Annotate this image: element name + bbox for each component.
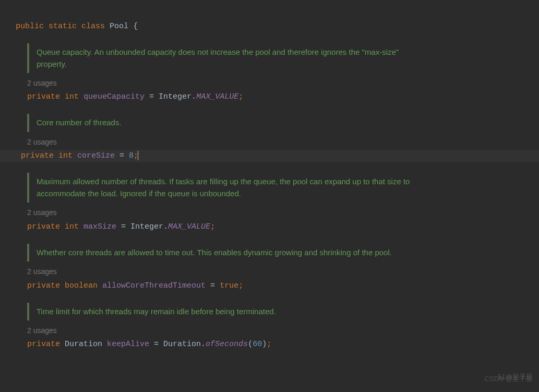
keyword-private: private xyxy=(27,92,60,101)
type-int: int xyxy=(65,92,79,101)
paren-open: ( xyxy=(248,340,253,349)
keyword-static: static xyxy=(49,22,77,31)
assign: = Integer. xyxy=(116,222,168,231)
javadoc-keep-alive[interactable]: Time limit for which threads may remain … xyxy=(27,303,424,321)
usages-hint[interactable]: 2 usages xyxy=(27,136,533,148)
type-boolean: boolean xyxy=(65,281,98,290)
keyword-private: private xyxy=(27,340,60,349)
paren-close: ) xyxy=(262,340,267,349)
javadoc-max-size[interactable]: Maximum allowed number of threads. If ta… xyxy=(27,173,424,203)
field-name: keepAlive xyxy=(107,340,149,349)
usages-hint[interactable]: 2 usages xyxy=(27,325,533,336)
keyword-private: private xyxy=(27,281,60,290)
javadoc-text: Whether core threads are allowed to time… xyxy=(37,247,424,259)
assign: = xyxy=(206,281,220,290)
assign: = xyxy=(115,151,129,160)
field-name: maxSize xyxy=(83,222,116,231)
assign: = Duration. xyxy=(149,340,206,349)
field-allow-core-thread-timeout[interactable]: private boolean allowCoreThreadTimeout =… xyxy=(6,280,533,292)
usages-hint[interactable]: 2 usages xyxy=(27,77,533,89)
field-name: queueCapacity xyxy=(83,92,145,101)
javadoc-queue-capacity[interactable]: Queue capacity. An unbounded capacity do… xyxy=(27,43,424,73)
keyword-private: private xyxy=(21,151,54,160)
type-int: int xyxy=(65,222,79,231)
javadoc-allow-core-thread-timeout[interactable]: Whether core threads are allowed to time… xyxy=(27,244,424,262)
watermark-primary: CSDN @至子星 xyxy=(484,374,533,385)
bool-literal: true xyxy=(220,281,238,290)
number-literal: 8 xyxy=(129,151,134,160)
number-literal: 60 xyxy=(253,340,262,349)
javadoc-text: Time limit for which threads may remain … xyxy=(37,306,424,318)
assign: = Integer. xyxy=(145,92,196,101)
field-queue-capacity[interactable]: private int queueCapacity = Integer.MAX_… xyxy=(6,91,533,103)
usages-hint[interactable]: 2 usages xyxy=(27,266,533,277)
keyword-class: class xyxy=(81,22,105,31)
semicolon: ; xyxy=(238,281,243,290)
constant-max-value: MAX_VALUE xyxy=(168,222,210,231)
javadoc-text: Maximum allowed number of threads. If ta… xyxy=(37,176,424,199)
static-method: ofSeconds xyxy=(206,340,248,349)
field-max-size[interactable]: private int maxSize = Integer.MAX_VALUE; xyxy=(6,221,533,233)
javadoc-core-size[interactable]: Core number of threads. xyxy=(27,114,424,132)
field-keep-alive[interactable]: private Duration keepAlive = Duration.of… xyxy=(6,338,533,351)
keyword-public: public xyxy=(16,22,44,31)
open-brace: { xyxy=(133,22,138,31)
field-name: coreSize xyxy=(77,151,115,160)
javadoc-text: Core number of threads. xyxy=(37,117,424,129)
type-int: int xyxy=(58,151,73,160)
field-name: allowCoreThreadTimeout xyxy=(102,281,206,290)
semicolon: ; xyxy=(267,340,271,349)
text-cursor xyxy=(138,151,138,160)
class-declaration-line[interactable]: public static class Pool { xyxy=(6,8,533,33)
javadoc-text: Queue capacity. An unbounded capacity do… xyxy=(37,46,424,70)
type-duration: Duration xyxy=(65,340,102,349)
class-name: Pool xyxy=(110,22,128,31)
semicolon: ; xyxy=(238,92,243,101)
keyword-private: private xyxy=(27,222,60,231)
semicolon: ; xyxy=(210,222,215,231)
usages-hint[interactable]: 2 usages xyxy=(27,207,533,218)
constant-max-value: MAX_VALUE xyxy=(196,92,238,101)
field-core-size[interactable]: private int coreSize = 8; xyxy=(0,150,539,162)
